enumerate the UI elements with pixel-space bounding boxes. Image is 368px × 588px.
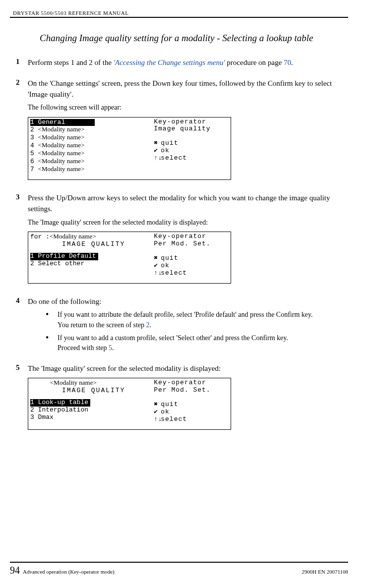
page-title: Changing Image quality setting for a mod… [40, 33, 348, 44]
bullet-icon: • [46, 310, 58, 330]
bullet-item: • If you want to add a custom profile, s… [46, 333, 348, 353]
step-number: 4 [10, 296, 28, 356]
step-4: 4 Do one of the following: • If you want… [10, 296, 348, 356]
step-text: On the 'Change settings' screen, press t… [28, 78, 348, 100]
step-number: 2 [10, 78, 28, 189]
key-hint: ✖quit [154, 255, 229, 262]
key-hint: ✖quit [154, 401, 229, 409]
check-icon: ✔ [154, 147, 161, 155]
x-icon: ✖ [154, 255, 161, 262]
link-accessing-menu[interactable]: 'Accessing the Change settings menu' [114, 59, 225, 66]
updown-icon: ↑↓ [154, 155, 161, 162]
screen-title: Key-operator [154, 118, 229, 126]
step-subtext: The following screen will appear: [28, 103, 348, 113]
x-icon: ✖ [154, 401, 161, 409]
x-icon: ✖ [154, 140, 161, 147]
text: If you want to attribute the default pro… [58, 311, 313, 318]
check-icon: ✔ [154, 409, 161, 416]
screen-subtitle: Per Mod. Set. [154, 240, 229, 248]
screen-subtitle: Image quality [154, 125, 229, 133]
check-icon: ✔ [154, 262, 161, 270]
screen-heading: IMAGE QUALITY [30, 241, 150, 248]
footer-right-text: 2900H EN 20071108 [302, 569, 348, 575]
page-number: 94 [10, 565, 23, 576]
link-step-5[interactable]: 5 [109, 344, 112, 352]
step-text: Press the Up/Down arrow keys to select t… [28, 193, 348, 215]
text: If you want to add a custom profile, sel… [58, 334, 288, 342]
key-hint: ✖quit [154, 140, 229, 147]
step-number: 5 [10, 363, 28, 439]
menu-row: 5 <Modality name> [30, 150, 150, 158]
screen-title: Key-operator [154, 233, 229, 240]
menu-row-selected: 1 General [30, 119, 95, 126]
screen-title: Key-operator [154, 379, 229, 387]
text: Proceed with step [58, 344, 109, 352]
menu-row: 4 <Modality name> [30, 142, 150, 150]
step-text: Do one of the following: [28, 296, 348, 307]
menu-row: 3 <Modality name> [30, 134, 150, 142]
text: . [291, 59, 293, 66]
menu-row: 2 <Modality name> [30, 126, 150, 134]
menu-row: 7 <Modality name> [30, 166, 150, 174]
footer-rule [10, 562, 348, 563]
text: procedure on page [225, 59, 284, 66]
key-hint: ✔ok [154, 409, 229, 416]
key-hint: ↑↓select [154, 155, 229, 162]
step-3: 3 Press the Up/Down arrow keys to select… [10, 193, 348, 292]
updown-icon: ↑↓ [154, 270, 161, 277]
footer-left-text: Advanced operation (Key-operator mode) [23, 569, 302, 575]
lcd-screen-2: for :<Modality name> IMAGE QUALITY 1 Pro… [28, 232, 231, 284]
step-number: 1 [10, 58, 28, 71]
screen-for-line: for :<Modality name> [30, 233, 150, 241]
text: You return to the screen of step [58, 321, 146, 329]
screen-heading: IMAGE QUALITY [30, 387, 150, 395]
bullet-item: • If you want to attribute the default p… [46, 310, 348, 330]
step-2: 2 On the 'Change settings' screen, press… [10, 78, 348, 189]
text: Perform steps 1 and 2 of the [28, 59, 114, 66]
key-hint: ↑↓select [154, 416, 229, 423]
link-page-70[interactable]: 70 [284, 59, 291, 66]
key-hint: ✔ok [154, 262, 229, 270]
updown-icon: ↑↓ [154, 416, 161, 423]
menu-row: 2 Interpolation [30, 407, 150, 414]
step-text: The 'Image quality' screen for the selec… [28, 363, 348, 374]
step-subtext: The 'Image quality' screen for the selec… [28, 218, 348, 228]
step-number: 3 [10, 193, 28, 292]
link-step-2[interactable]: 2 [146, 321, 150, 329]
key-hint: ↑↓select [154, 270, 229, 277]
header-rule [10, 17, 348, 18]
menu-row-selected: 1 Profile Default [30, 253, 98, 260]
menu-row: 2 Select other [30, 260, 150, 268]
bullet-icon: • [46, 333, 58, 353]
step-5: 5 The 'Image quality' screen for the sel… [10, 363, 348, 439]
lcd-screen-1: 1 General 2 <Modality name> 3 <Modality … [28, 117, 231, 180]
lcd-screen-3: <Modality name> IMAGE QUALITY 1 Look-up … [28, 378, 231, 430]
menu-row: 3 Dmax [30, 414, 150, 421]
text: . [150, 321, 152, 329]
key-hint: ✔ok [154, 147, 229, 155]
text: . [112, 344, 114, 352]
screen-subtitle: Per Mod. Set. [154, 387, 229, 394]
page-footer: 94 Advanced operation (Key-operator mode… [10, 562, 348, 576]
menu-row-selected: 1 Look-up table [30, 399, 90, 407]
step-text: Perform steps 1 and 2 of the 'Accessing … [28, 58, 348, 68]
step-1: 1 Perform steps 1 and 2 of the 'Accessin… [10, 58, 348, 71]
screen-for-line: <Modality name> [30, 379, 150, 387]
running-header: DRYSTAR 5500/5503 REFERENCE MANUAL [10, 10, 348, 16]
menu-row: 6 <Modality name> [30, 158, 150, 166]
